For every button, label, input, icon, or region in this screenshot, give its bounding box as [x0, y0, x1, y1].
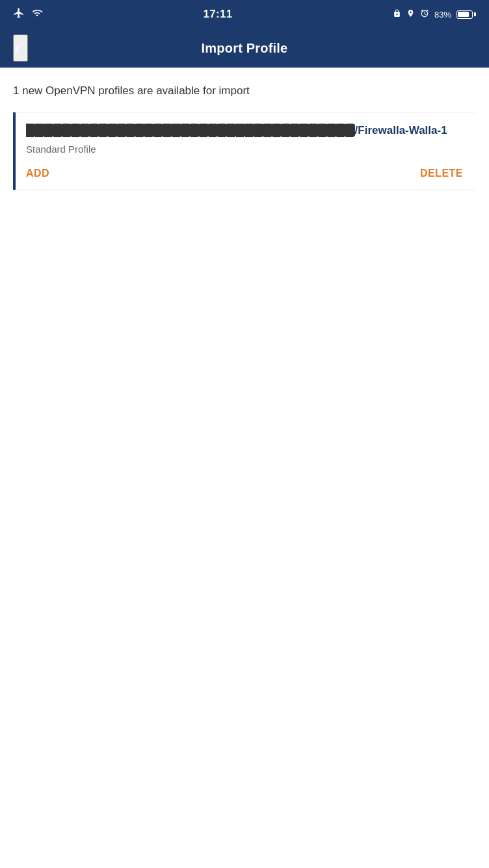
profile-card: ████████████████████████████████████/Fir…: [13, 112, 476, 190]
battery-icon: [456, 10, 476, 19]
page-title: Import Profile: [202, 41, 288, 56]
status-bar: 17:11 83%: [0, 0, 489, 29]
profile-type: Standard Profile: [26, 144, 476, 155]
separator-bottom: [13, 190, 476, 190]
nav-bar: ‹ Import Profile: [0, 29, 489, 68]
status-bar-left: [13, 7, 43, 21]
lock-icon: [393, 8, 401, 20]
battery-percent: 83%: [434, 10, 451, 19]
profile-name: ████████████████████████████████████/Fir…: [26, 123, 476, 138]
info-text: 1 new OpenVPN profiles are available for…: [0, 68, 489, 112]
delete-button[interactable]: DELETE: [420, 168, 463, 179]
profile-name-redacted: ████████████████████████████████████: [26, 124, 355, 136]
back-button[interactable]: ‹: [13, 34, 28, 62]
alarm-icon: [420, 8, 429, 20]
status-bar-right: 83%: [393, 8, 476, 20]
profile-actions: ADD DELETE: [26, 168, 476, 179]
location-icon: [406, 8, 415, 20]
airplane-icon: [13, 7, 25, 21]
profile-name-suffix: /Firewalla-Walla-1: [355, 124, 447, 136]
back-arrow-icon: ‹: [14, 38, 20, 58]
status-bar-time: 17:11: [203, 8, 232, 21]
wifi-icon: [31, 8, 43, 21]
main-content: 1 new OpenVPN profiles are available for…: [0, 68, 489, 868]
add-button[interactable]: ADD: [26, 168, 49, 179]
